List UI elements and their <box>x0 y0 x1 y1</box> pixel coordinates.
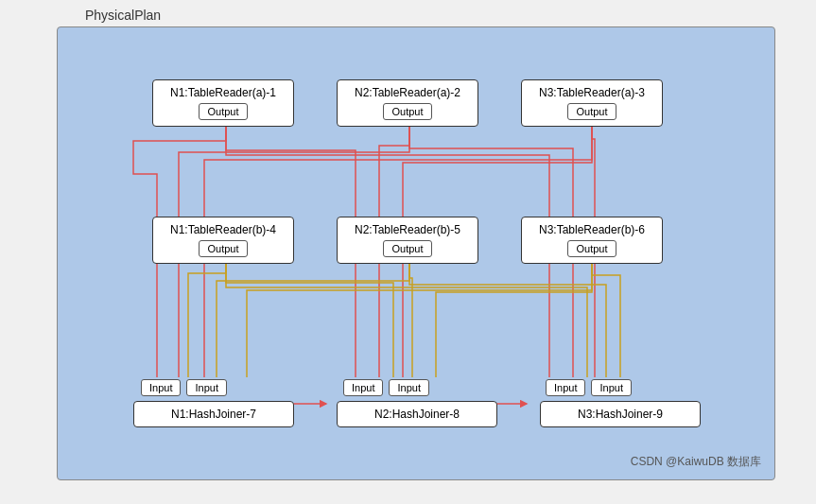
node-n3-tr-b: N3:TableReader(b)-6 Output <box>521 217 663 264</box>
input-badge-1: Input <box>343 379 383 396</box>
node-label: N1:TableReader(b)-4 <box>163 223 284 236</box>
node-label: N2:HashJoiner-8 <box>347 408 487 421</box>
node-label: N2:TableReader(b)-5 <box>347 223 468 236</box>
input-badge-1: Input <box>141 379 181 396</box>
input-badge-2: Input <box>591 379 631 396</box>
node-n2-hj: N2:HashJoiner-8 <box>337 401 497 427</box>
input-badge-2: Input <box>389 379 428 396</box>
node-label: N3:TableReader(a)-3 <box>531 86 652 99</box>
node-n1-tr-a: N1:TableReader(a)-1 Output <box>152 79 294 127</box>
diagram-container: N1:TableReader(a)-1 Output N2:TableReade… <box>57 26 775 480</box>
output-badge: Output <box>199 240 247 257</box>
node-n3-hj: N3:HashJoiner-9 <box>540 401 701 427</box>
output-badge: Output <box>567 240 616 257</box>
input-badges-n1: Input Input <box>141 375 227 396</box>
node-n1-hj: N1:HashJoiner-7 <box>133 401 294 427</box>
node-label: N2:TableReader(a)-2 <box>347 86 468 99</box>
node-label: N1:TableReader(a)-1 <box>163 86 284 99</box>
node-label: N1:HashJoiner-7 <box>144 408 284 421</box>
input-badge-1: Input <box>546 379 585 396</box>
watermark: CSDN @KaiwuDB 数据库 <box>631 454 761 470</box>
node-n1-tr-b: N1:TableReader(b)-4 Output <box>152 217 294 264</box>
output-badge: Output <box>383 103 431 120</box>
input-badge-2: Input <box>186 379 226 396</box>
node-label: N3:HashJoiner-9 <box>550 408 690 421</box>
output-badge: Output <box>383 240 431 257</box>
node-label: N3:TableReader(b)-6 <box>531 223 652 236</box>
output-badge: Output <box>199 103 247 120</box>
node-n2-tr-a: N2:TableReader(a)-2 Output <box>337 79 478 127</box>
node-n2-tr-b: N2:TableReader(b)-5 Output <box>337 217 478 264</box>
output-badge: Output <box>567 103 616 120</box>
page-title: PhysicalPlan <box>85 8 161 23</box>
input-badges-n2: Input Input <box>343 375 429 396</box>
input-badges-n3: Input Input <box>546 375 632 396</box>
node-n3-tr-a: N3:TableReader(a)-3 Output <box>521 79 663 127</box>
